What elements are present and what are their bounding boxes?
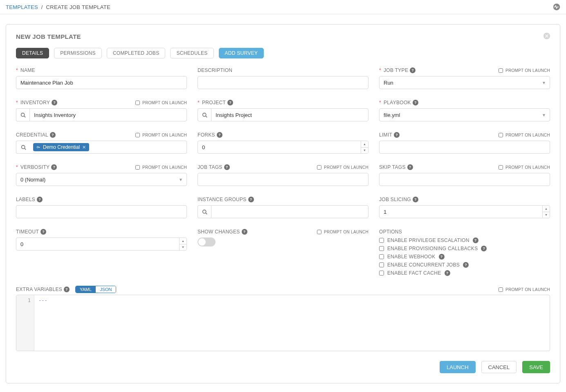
- help-icon[interactable]: ?: [40, 229, 46, 235]
- timeout-input[interactable]: [16, 237, 187, 251]
- close-icon[interactable]: [544, 33, 550, 40]
- opt-provisioning-callbacks[interactable]: [379, 246, 384, 251]
- search-icon[interactable]: [198, 205, 211, 218]
- help-icon[interactable]: ?: [64, 287, 70, 292]
- timeout-label: TIMEOUT: [16, 229, 39, 235]
- help-icon[interactable]: ?: [445, 270, 450, 276]
- help-icon[interactable]: ?: [51, 164, 57, 170]
- breadcrumb-current: CREATE JOB TEMPLATE: [46, 4, 110, 10]
- search-icon[interactable]: [16, 141, 31, 154]
- help-icon[interactable]: ?: [394, 132, 400, 138]
- tab-schedules[interactable]: SCHEDULES: [170, 48, 213, 58]
- prompt-job-type[interactable]: [499, 68, 503, 73]
- spin-up-icon[interactable]: ▲: [543, 206, 550, 212]
- help-icon[interactable]: ?: [463, 262, 469, 268]
- help-icon[interactable]: ?: [481, 246, 487, 251]
- job-slicing-label: JOB SLICING: [379, 197, 411, 202]
- forks-label: FORKS: [198, 132, 215, 138]
- instance-groups-label: INSTANCE GROUPS: [198, 197, 247, 202]
- help-icon[interactable]: ?: [50, 132, 56, 138]
- job-slicing-input[interactable]: [379, 205, 550, 218]
- forks-input[interactable]: [198, 141, 368, 154]
- remove-chip-icon[interactable]: ✕: [82, 145, 86, 150]
- extra-variables-editor[interactable]: 1 ---: [16, 295, 550, 351]
- help-icon[interactable]: ?: [224, 164, 230, 170]
- opt-fact-cache[interactable]: [379, 271, 384, 276]
- editor-line-content: ---: [38, 298, 47, 303]
- help-icon[interactable]: ?: [413, 100, 418, 105]
- help-icon[interactable]: ?: [242, 229, 247, 235]
- project-input[interactable]: [211, 108, 368, 121]
- help-icon[interactable]: ?: [248, 197, 254, 202]
- help-icon[interactable]: ?: [407, 164, 413, 170]
- spin-down-icon[interactable]: ▼: [543, 212, 550, 218]
- inventory-label: INVENTORY: [20, 100, 50, 105]
- prompt-credential[interactable]: [135, 133, 140, 137]
- tab-permissions[interactable]: PERMISSIONS: [54, 48, 102, 58]
- prompt-job-tags[interactable]: [317, 165, 321, 170]
- verbosity-label: VERBOSITY: [20, 164, 49, 170]
- help-icon[interactable]: ?: [217, 132, 222, 138]
- prompt-inventory[interactable]: [135, 101, 140, 105]
- playbook-label: PLAYBOOK: [384, 100, 411, 105]
- tab-completed-jobs[interactable]: COMPLETED JOBS: [107, 48, 166, 58]
- opt-concurrent-jobs[interactable]: [379, 262, 384, 267]
- spin-down-icon[interactable]: ▼: [361, 148, 368, 154]
- search-icon[interactable]: [16, 108, 29, 121]
- job-tags-input[interactable]: [198, 173, 368, 186]
- job-type-label: JOB TYPE: [384, 67, 408, 73]
- credential-field[interactable]: Demo Credential ✕: [31, 141, 187, 154]
- spin-down-icon[interactable]: ▼: [180, 244, 186, 251]
- verbosity-select[interactable]: 0 (Normal): [16, 173, 187, 186]
- spin-up-icon[interactable]: ▲: [180, 238, 186, 244]
- skip-tags-input[interactable]: [379, 173, 550, 186]
- options-label: OPTIONS: [379, 229, 402, 235]
- credential-label: CREDENTIAL: [16, 132, 48, 138]
- help-icon[interactable]: ?: [410, 67, 416, 73]
- prompt-limit[interactable]: [499, 133, 503, 137]
- tab-add-survey[interactable]: ADD SURVEY: [219, 48, 264, 58]
- labels-label: LABELS: [16, 197, 35, 202]
- spin-up-icon[interactable]: ▲: [361, 141, 368, 148]
- page-title: NEW JOB TEMPLATE: [16, 33, 81, 40]
- prompt-skip-tags[interactable]: [499, 165, 503, 170]
- help-icon[interactable]: ?: [52, 100, 57, 105]
- help-icon[interactable]: ?: [37, 197, 43, 202]
- search-icon[interactable]: [198, 108, 211, 121]
- help-icon[interactable]: ?: [473, 237, 478, 243]
- labels-input[interactable]: [16, 205, 187, 218]
- prompt-extra-variables[interactable]: [499, 287, 503, 292]
- job-type-select[interactable]: Run: [379, 76, 550, 89]
- format-json-button[interactable]: JSON: [96, 286, 116, 293]
- help-icon[interactable]: ?: [413, 197, 418, 202]
- description-input[interactable]: [198, 76, 368, 89]
- prompt-verbosity[interactable]: [135, 165, 140, 170]
- credential-chip[interactable]: Demo Credential ✕: [33, 143, 89, 151]
- skip-tags-label: SKIP TAGS: [379, 164, 406, 170]
- editor-line-number: 1: [16, 298, 31, 303]
- help-icon[interactable]: ?: [227, 100, 233, 105]
- help-icon[interactable]: ?: [439, 254, 445, 260]
- description-label: DESCRIPTION: [198, 67, 232, 73]
- save-button[interactable]: SAVE: [522, 361, 550, 373]
- prompt-show-changes[interactable]: [317, 230, 321, 234]
- show-changes-label: SHOW CHANGES: [198, 229, 240, 235]
- credential-chip-label: Demo Credential: [43, 144, 80, 150]
- cancel-button[interactable]: CANCEL: [481, 361, 517, 373]
- instance-groups-input[interactable]: [211, 205, 368, 218]
- breadcrumb-root-link[interactable]: TEMPLATES: [6, 4, 38, 10]
- limit-input[interactable]: [379, 141, 550, 154]
- opt-webhook[interactable]: [379, 254, 384, 259]
- inventory-input[interactable]: [29, 108, 187, 121]
- name-input[interactable]: [16, 76, 187, 89]
- tab-details[interactable]: DETAILS: [16, 48, 49, 58]
- show-changes-toggle[interactable]: [198, 237, 216, 246]
- playbook-select[interactable]: file.yml: [379, 108, 550, 121]
- format-yaml-button[interactable]: YAML: [76, 286, 96, 293]
- opt-privilege-escalation[interactable]: [379, 238, 384, 243]
- launch-button[interactable]: LAUNCH: [440, 361, 475, 373]
- svg-point-4: [22, 145, 25, 148]
- svg-point-2: [21, 113, 24, 116]
- activity-icon[interactable]: [553, 3, 560, 11]
- limit-label: LIMIT: [379, 132, 392, 138]
